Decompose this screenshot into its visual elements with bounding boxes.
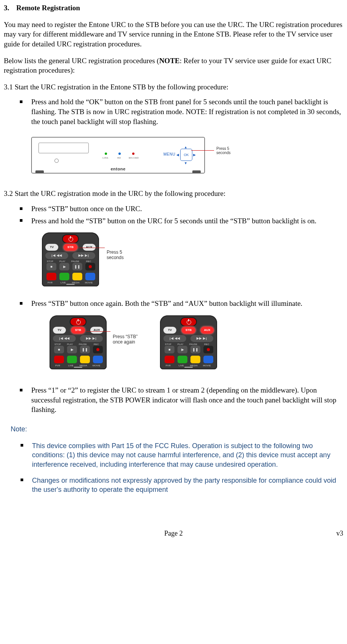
note-item-1: This device complies with Part 15 of the… — [32, 441, 343, 469]
remote-power-button-icon — [181, 318, 196, 326]
step-3-2-bullet-3: Press “STB” button once again. Both the … — [31, 299, 343, 308]
stb-led-record — [132, 153, 134, 155]
remote-red-button — [46, 273, 56, 280]
stb-callout-leader — [191, 150, 214, 151]
remote-aux-button: AUX — [90, 327, 103, 334]
stb-led-label-record: RECORD — [129, 156, 139, 159]
remote-stb-button: STB — [71, 327, 85, 334]
remote-play-button: ▶ — [59, 263, 69, 270]
remote-stop-button: ■ — [46, 263, 56, 270]
remote-yellow-button — [72, 273, 82, 280]
step-3-1-bullet-1: Press and hold the “OK” button on the ST… — [31, 97, 343, 126]
step-3-2-heading: 3.2 Start the URC registration mode in t… — [4, 189, 343, 199]
footer-page-number: Page 2 — [4, 529, 343, 538]
stb-callout-text: Press 5 seconds — [216, 146, 230, 155]
remote-blue-button — [85, 273, 95, 280]
remote-green-button — [59, 273, 69, 280]
remote-transport-left: |◀ ◀◀ — [45, 252, 68, 259]
stb-brand-label: entone — [32, 166, 205, 172]
remote-figure-press-5s: TV STB AUX |◀ ◀◀ ▶▶ ▶| STOP PLAY PAUSE R… — [42, 232, 343, 289]
remote-rec-button — [85, 263, 95, 270]
section-title-text: Remote Registration — [16, 4, 80, 12]
remote-power-button-icon — [63, 235, 78, 243]
stb-power-icon — [54, 159, 59, 163]
footer-version: v3 — [336, 529, 343, 538]
remote-body-right: TV STB AUX |◀ ◀◀ ▶▶ ▶| STOP PLAY PAUSE R… — [160, 315, 217, 369]
stb-led-hd — [118, 153, 121, 155]
remote-tv-button: TV — [163, 327, 176, 334]
remote-tv-button: TV — [53, 327, 66, 334]
intro-paragraph-2: Below lists the general URC registration… — [4, 56, 343, 75]
step-3-2-bullet-2: Press and hold the “STB” button on the U… — [31, 216, 343, 226]
section-heading: 3. Remote Registration — [4, 3, 343, 13]
page-footer: Page 2 v3 — [4, 529, 343, 540]
note-block: Note: This device complies with Part 15 … — [11, 425, 343, 495]
stb-ok-button: OK — [180, 149, 192, 161]
note-item-2: Changes or modifications not expressly a… — [32, 476, 343, 495]
remote-body: TV STB AUX |◀ ◀◀ ▶▶ ▶| STOP PLAY PAUSE R… — [42, 232, 99, 286]
remote-callout-press-5s: Press 5 seconds — [107, 250, 124, 261]
stb-disc-tray — [38, 143, 89, 153]
remote-stb-button: STB — [64, 244, 77, 251]
step-3-2-bullet-4: Press “1” or “2” to register the URC to … — [31, 385, 343, 415]
remote-pause-button: ❚❚ — [72, 263, 82, 270]
remote-aux-button-lit: AUX — [201, 327, 214, 334]
stb-led-label-hd: HD — [117, 156, 121, 159]
stb-arrow-right-icon: ▶ — [193, 153, 196, 157]
remote-body-left: TV STB AUX |◀ ◀◀ ▶▶ ▶| STOP PLAY PAUSE R… — [50, 315, 107, 369]
remote-power-button-icon — [70, 318, 86, 326]
intro-paragraph-1: You may need to register the Entone URC … — [4, 20, 343, 49]
stb-arrow-down-icon: ▼ — [184, 161, 187, 165]
stb-front-panel-figure: LINK HD RECORD MENU ▲ ▼ ◀ ▶ OK entone Pr… — [31, 133, 241, 180]
section-number: 3. — [4, 3, 14, 13]
remote-callout-press-again: Press “STB” once again — [113, 334, 138, 345]
note-label: Note: — [11, 425, 343, 434]
step-3-1-heading: 3.1 Start the URC registration in the En… — [4, 82, 343, 92]
stb-led-link — [105, 153, 107, 155]
stb-chassis: LINK HD RECORD MENU ▲ ▼ ◀ ▶ OK entone — [31, 137, 205, 173]
stb-menu-label: MENU — [163, 152, 175, 157]
remote-figure-press-again: TV STB AUX |◀ ◀◀ ▶▶ ▶| STOP PLAY PAUSE R… — [50, 315, 343, 376]
stb-arrow-left-icon: ◀ — [176, 153, 179, 157]
stb-led-label-link: LINK — [102, 156, 109, 159]
step-3-2-bullet-1: Press “STB” button once on the URC. — [31, 204, 343, 214]
remote-transport-right: ▶▶ ▶| — [72, 252, 95, 259]
remote-aux-button: AUX — [83, 244, 96, 251]
remote-tv-button: TV — [45, 244, 58, 251]
remote-stb-button-lit: STB — [182, 327, 195, 334]
